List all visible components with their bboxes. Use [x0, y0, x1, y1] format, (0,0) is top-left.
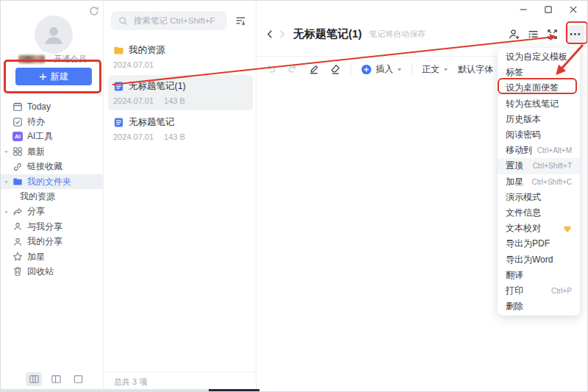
paragraph-style-select[interactable]: 正文 — [422, 63, 448, 76]
sidebar-item-label: 待办 — [27, 115, 45, 128]
user-row: 开通会员 — [1, 54, 104, 64]
sidebar-item-link-favorites[interactable]: 链接收藏 — [1, 160, 104, 174]
sidebar-item-trash[interactable]: 回收站 — [1, 264, 104, 279]
sidebar-item-share[interactable]: 分享 — [1, 204, 104, 219]
trash-icon — [12, 266, 23, 277]
sidebar: 开通会员 新建 Today待办AIAI工具最新链接收藏我的文件夹我的资源分享与我… — [1, 1, 104, 391]
caret-down-icon[interactable] — [4, 210, 9, 215]
menu-item-label: 导出为Word — [506, 254, 553, 266]
menu-item-read-password[interactable]: 阅读密码 — [498, 127, 580, 143]
caret-down-icon[interactable] — [4, 179, 9, 185]
notes-panel: 我的资源2024.07.01无标题笔记(1)2024.07.01143 B无标题… — [104, 1, 257, 391]
sidebar-item-label: 我的分享 — [27, 235, 62, 248]
membership-link[interactable]: 开通会员 — [54, 54, 87, 65]
sidebar-nav: Today待办AIAI工具最新链接收藏我的文件夹我的资源分享与我分享我的分享加星… — [1, 99, 104, 279]
folder-icon — [12, 177, 23, 187]
note-title: 我的资源 — [129, 44, 165, 57]
new-note-button[interactable]: 新建 — [15, 68, 92, 85]
collaborate-icon[interactable] — [508, 28, 520, 40]
menu-item-file-info[interactable]: 文件信息 — [498, 205, 580, 221]
redo-icon[interactable] — [287, 63, 298, 75]
menu-item-proofread[interactable]: 文本校对 — [498, 221, 580, 236]
sidebar-item-starred[interactable]: 加星 — [1, 249, 104, 264]
menu-item-star[interactable]: 加星Ctrl+Shift+C — [498, 174, 580, 190]
note-list: 我的资源2024.07.01无标题笔记(1)2024.07.01143 B无标题… — [104, 39, 256, 147]
one-column-layout-icon[interactable] — [70, 372, 86, 386]
menu-item-custom-template[interactable]: 设为自定义模板 — [498, 49, 580, 65]
sidebar-item-my-folders[interactable]: 我的文件夹 — [1, 174, 104, 189]
menu-item-move-to[interactable]: 移动到Ctrl+Alt+M — [498, 143, 580, 158]
menu-item-present-mode[interactable]: 演示模式 — [498, 190, 580, 205]
menu-item-label: 加星 — [506, 176, 523, 188]
sidebar-item-my-shares[interactable]: 我的分享 — [1, 235, 104, 249]
chevron-down-icon — [397, 67, 402, 72]
menu-item-export-word[interactable]: 导出为Word — [498, 252, 580, 267]
highlighter-icon[interactable] — [308, 63, 320, 75]
search-input[interactable] — [132, 15, 227, 26]
two-column-layout-icon[interactable] — [48, 372, 64, 386]
undo-icon[interactable] — [265, 63, 277, 75]
menu-item-print[interactable]: 打印Ctrl+P — [498, 283, 580, 299]
sidebar-item-label: 链接收藏 — [27, 160, 62, 173]
username-redacted — [18, 55, 45, 63]
menu-item-label: 文本校对 — [506, 222, 541, 235]
menu-item-label: 历史版本 — [506, 113, 541, 126]
person-icon — [12, 221, 23, 232]
background-window-edge — [209, 389, 259, 391]
back-icon[interactable] — [264, 28, 276, 40]
note-icon — [113, 117, 124, 128]
sidebar-item-todo[interactable]: 待办 — [1, 114, 104, 129]
minimize-icon[interactable] — [514, 2, 533, 17]
menu-item-label: 阅读密码 — [506, 129, 541, 141]
person-icon — [12, 237, 23, 247]
menu-item-translate[interactable]: 翻译 — [498, 268, 580, 283]
autosave-hint: 笔记将自动保存 — [369, 29, 426, 40]
sort-icon[interactable] — [234, 15, 247, 27]
insert-button[interactable]: 插入 — [361, 63, 402, 76]
grid-icon — [12, 146, 23, 157]
menu-item-export-pdf[interactable]: 导出为PDF — [498, 236, 580, 252]
chevron-down-icon — [443, 67, 448, 72]
sync-icon[interactable] — [88, 5, 100, 17]
note-list-item[interactable]: 我的资源2024.07.01 — [108, 39, 253, 74]
forward-icon[interactable] — [276, 28, 287, 40]
note-list-item[interactable]: 无标题笔记2024.07.01143 B — [108, 111, 253, 146]
menu-item-tags[interactable]: 标签 — [498, 65, 580, 80]
sidebar-item-ai-tools[interactable]: AIAI工具 — [1, 129, 104, 144]
caret-down-icon[interactable] — [4, 149, 9, 154]
folder-yellow-icon — [113, 45, 124, 56]
sidebar-item-shared-with-me[interactable]: 与我分享 — [1, 219, 104, 234]
menu-item-desktop-sticky[interactable]: 设为桌面便签 — [498, 80, 580, 96]
more-button[interactable] — [565, 25, 584, 43]
menu-item-convert-online[interactable]: 转为在线笔记 — [498, 96, 580, 112]
sidebar-item-latest[interactable]: 最新 — [1, 144, 104, 159]
menu-item-label: 删除 — [506, 300, 523, 313]
menu-item-label: 设为桌面便签 — [506, 82, 559, 94]
share-icon — [12, 207, 23, 217]
sidebar-item-today[interactable]: Today — [1, 99, 104, 114]
eraser-icon[interactable] — [329, 63, 341, 75]
header-icons — [508, 25, 584, 43]
close-icon[interactable] — [564, 2, 583, 17]
note-list-item[interactable]: 无标题笔记(1)2024.07.01143 B — [108, 75, 253, 110]
font-select[interactable]: 默认字体 — [458, 63, 502, 76]
toolbar-divider — [351, 64, 351, 74]
sidebar-item-label: AI工具 — [27, 130, 53, 143]
font-label: 默认字体 — [458, 63, 493, 76]
sidebar-item-label: 加星 — [27, 251, 45, 263]
maximize-icon[interactable] — [539, 2, 558, 17]
sidebar-item-label: 与我分享 — [27, 221, 62, 233]
search-box — [111, 11, 227, 30]
avatar[interactable] — [35, 15, 73, 54]
menu-item-delete[interactable]: 删除 — [498, 299, 580, 314]
sidebar-item-label: 回收站 — [27, 266, 54, 278]
note-icon — [113, 81, 124, 92]
three-column-layout-icon[interactable] — [26, 372, 42, 386]
fullscreen-icon[interactable] — [546, 28, 559, 40]
menu-item-shortcut: Ctrl+Alt+M — [537, 146, 572, 154]
menu-item-label: 转为在线笔记 — [506, 98, 559, 110]
outline-icon[interactable] — [527, 28, 539, 40]
sidebar-item-my-resources[interactable]: 我的资源 — [1, 189, 104, 204]
menu-item-pin-top[interactable]: 置顶Ctrl+Shift+T — [498, 158, 580, 174]
menu-item-history[interactable]: 历史版本 — [498, 112, 580, 127]
